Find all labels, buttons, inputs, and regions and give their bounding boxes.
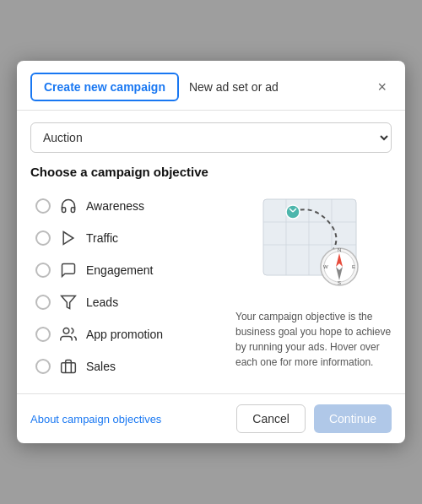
- modal-header: Create new campaign New ad set or ad ×: [17, 61, 405, 111]
- objective-item-app-promotion[interactable]: App promotion: [30, 319, 222, 350]
- close-button[interactable]: ×: [372, 78, 392, 96]
- modal-footer: About campaign objectives Cancel Continu…: [17, 393, 405, 443]
- panel-description: Your campaign objective is the business …: [235, 309, 392, 370]
- objective-label-awareness: Awareness: [86, 199, 144, 213]
- svg-rect-2: [62, 363, 76, 373]
- sales-icon: [59, 357, 78, 376]
- campaign-illustration: N S E W: [246, 191, 381, 301]
- about-link[interactable]: About campaign objectives: [30, 413, 161, 425]
- radio-traffic: [35, 230, 51, 246]
- radio-engagement: [35, 263, 51, 278]
- right-panel: N S E W Your campaign objective is the b…: [235, 191, 392, 382]
- engagement-icon: [59, 261, 78, 279]
- traffic-icon: [59, 229, 78, 247]
- awareness-icon: [59, 197, 78, 215]
- section-title: Choose a campaign objective: [30, 165, 392, 179]
- objective-item-traffic[interactable]: Traffic: [30, 223, 222, 253]
- svg-text:S: S: [338, 280, 341, 285]
- objective-label-leads: Leads: [86, 295, 118, 309]
- cancel-button[interactable]: Cancel: [236, 404, 306, 433]
- modal-body: Auction Reach and Frequency Choose a cam…: [17, 111, 405, 393]
- auction-select[interactable]: Auction Reach and Frequency: [30, 122, 392, 153]
- objective-label-engagement: Engagement: [86, 263, 153, 277]
- content-row: Awareness Traffic: [30, 191, 392, 382]
- objective-label-traffic: Traffic: [86, 231, 118, 245]
- radio-leads: [35, 295, 51, 310]
- footer-buttons: Cancel Continue: [236, 404, 392, 433]
- header-subtitle: New ad set or ad: [189, 80, 363, 94]
- svg-text:W: W: [323, 264, 328, 269]
- app-promotion-icon: [59, 325, 78, 344]
- radio-app-promotion: [35, 327, 51, 342]
- continue-button[interactable]: Continue: [314, 404, 392, 433]
- svg-marker-0: [62, 296, 76, 309]
- svg-text:E: E: [352, 264, 355, 269]
- svg-point-1: [63, 328, 69, 334]
- radio-sales: [35, 359, 51, 374]
- leads-icon: [59, 293, 78, 312]
- objective-item-engagement[interactable]: Engagement: [30, 255, 222, 285]
- svg-text:N: N: [338, 247, 341, 252]
- radio-awareness: [35, 198, 51, 214]
- objective-label-app-promotion: App promotion: [86, 328, 163, 341]
- objective-item-sales[interactable]: Sales: [30, 351, 222, 382]
- objectives-list: Awareness Traffic: [30, 191, 222, 382]
- objective-item-awareness[interactable]: Awareness: [30, 191, 222, 221]
- create-campaign-button[interactable]: Create new campaign: [30, 73, 179, 101]
- campaign-modal: Create new campaign New ad set or ad × A…: [17, 61, 405, 443]
- objective-item-leads[interactable]: Leads: [30, 287, 222, 317]
- objective-label-sales: Sales: [86, 360, 116, 373]
- auction-dropdown-row: Auction Reach and Frequency: [30, 122, 392, 153]
